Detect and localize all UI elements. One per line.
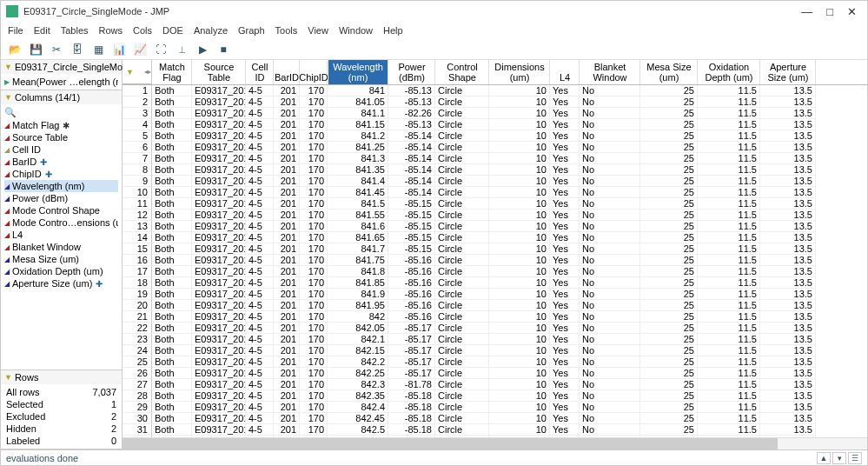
menu-help[interactable]: Help (383, 25, 403, 36)
cell[interactable]: 841.75 (328, 255, 388, 266)
cell[interactable]: Both (152, 97, 192, 108)
cell[interactable]: 13.5 (760, 255, 816, 266)
table-row[interactable]: 6BothE09317_2011704-5201170841.25-85.14C… (123, 142, 867, 153)
cell[interactable]: 11.5 (698, 130, 760, 142)
table-row[interactable]: 31BothE09317_2011704-5201170842.5-85.18C… (123, 424, 867, 436)
cell[interactable]: Both (152, 130, 192, 142)
table-row[interactable]: 11BothE09317_2011704-5201170841.5-85.15C… (123, 198, 867, 210)
cell[interactable]: No (580, 424, 640, 436)
cell[interactable]: 11.5 (698, 153, 760, 164)
cell[interactable]: 201 (274, 108, 300, 119)
cell[interactable]: 10 (489, 164, 550, 176)
cell[interactable]: 10 (489, 232, 550, 243)
cell[interactable]: Circle (435, 153, 489, 164)
row-number[interactable]: 27 (123, 379, 152, 390)
cell[interactable]: Both (152, 176, 192, 187)
column-header[interactable]: Wavelength (nm) (328, 60, 388, 84)
cell[interactable]: Both (152, 221, 192, 232)
cell[interactable]: 841.8 (328, 266, 388, 277)
cell[interactable]: E09317_201170 (192, 289, 246, 300)
cell[interactable]: 4-5 (246, 390, 274, 402)
row-number[interactable]: 16 (123, 255, 152, 266)
column-item[interactable]: ◢Mode Contro…ensions (um) (4, 216, 118, 229)
cell[interactable]: Circle (435, 198, 489, 210)
menu-edit[interactable]: Edit (34, 25, 50, 36)
cell[interactable]: 13.5 (760, 402, 816, 413)
cell[interactable]: 11.5 (698, 323, 760, 334)
row-number[interactable]: 22 (123, 323, 152, 334)
cell[interactable]: Yes (550, 402, 580, 413)
cell[interactable]: Both (152, 243, 192, 255)
cell[interactable]: Yes (550, 232, 580, 243)
cell[interactable]: 4-5 (246, 130, 274, 142)
menu-analyze[interactable]: Analyze (194, 25, 228, 36)
cell[interactable]: E09317_201170 (192, 424, 246, 436)
cell[interactable]: Yes (550, 153, 580, 164)
cell[interactable]: 4-5 (246, 345, 274, 356)
cell[interactable]: Yes (550, 424, 580, 436)
cell[interactable]: 4-5 (246, 300, 274, 311)
cell[interactable]: 201 (274, 130, 300, 142)
cell[interactable]: 201 (274, 402, 300, 413)
cell[interactable]: 25 (640, 402, 698, 413)
cell[interactable]: 170 (300, 300, 328, 311)
cell[interactable]: Both (152, 142, 192, 153)
cell[interactable]: -85.14 (388, 187, 435, 198)
cell[interactable]: 4-5 (246, 356, 274, 368)
cell[interactable]: 25 (640, 379, 698, 390)
menu-cols[interactable]: Cols (133, 25, 152, 36)
cell[interactable]: Yes (550, 243, 580, 255)
tool-stop-icon[interactable]: ■ (215, 42, 232, 57)
cell[interactable]: E09317_201170 (192, 164, 246, 176)
cell[interactable]: Circle (435, 379, 489, 390)
cell[interactable]: No (580, 176, 640, 187)
cell[interactable]: 11.5 (698, 119, 760, 130)
cell[interactable]: Yes (550, 130, 580, 142)
cell[interactable]: 4-5 (246, 221, 274, 232)
cell[interactable]: 11.5 (698, 413, 760, 424)
cell[interactable]: 10 (489, 334, 550, 345)
cell[interactable]: 841.2 (328, 130, 388, 142)
cell[interactable]: 842.25 (328, 368, 388, 379)
table-row[interactable]: 23BothE09317_2011704-5201170842.1-85.17C… (123, 334, 867, 345)
cell[interactable]: No (580, 221, 640, 232)
column-item[interactable]: ◢Mesa Size (um) (4, 253, 118, 265)
cell[interactable]: 13.5 (760, 210, 816, 221)
cell[interactable]: 13.5 (760, 130, 816, 142)
column-header[interactable]: Cell ID (246, 60, 274, 84)
cell[interactable]: Circle (435, 311, 489, 323)
cell[interactable]: No (580, 119, 640, 130)
cell[interactable]: 13.5 (760, 334, 816, 345)
cell[interactable]: 10 (489, 119, 550, 130)
table-row[interactable]: 25BothE09317_2011704-5201170842.2-85.17C… (123, 356, 867, 368)
cell[interactable]: 11.5 (698, 368, 760, 379)
cell[interactable]: Circle (435, 232, 489, 243)
tool-cut-icon[interactable]: ✂ (48, 42, 65, 57)
table-row[interactable]: 12BothE09317_2011704-5201170841.55-85.15… (123, 210, 867, 221)
cell[interactable]: Yes (550, 323, 580, 334)
cell[interactable]: -85.16 (388, 311, 435, 323)
cell[interactable]: 170 (300, 164, 328, 176)
cell[interactable]: Yes (550, 210, 580, 221)
table-row[interactable]: 5BothE09317_2011704-5201170841.2-85.14Ci… (123, 130, 867, 142)
data-grid[interactable]: ▼◂▸Match FlagSource TableCell IDBarIDChi… (123, 60, 867, 449)
cell[interactable]: 25 (640, 108, 698, 119)
cell[interactable]: E09317_201170 (192, 368, 246, 379)
cell[interactable]: 11.5 (698, 334, 760, 345)
cell[interactable]: 10 (489, 85, 550, 97)
close-button[interactable]: ✕ (847, 5, 857, 18)
tool-chart-icon[interactable]: 📊 (110, 42, 128, 57)
cell[interactable]: E09317_201170 (192, 402, 246, 413)
cell[interactable]: No (580, 108, 640, 119)
cell[interactable]: -85.17 (388, 356, 435, 368)
cell[interactable]: Both (152, 289, 192, 300)
cell[interactable]: E09317_201170 (192, 390, 246, 402)
cell[interactable]: Yes (550, 164, 580, 176)
cell[interactable]: Circle (435, 108, 489, 119)
cell[interactable]: 170 (300, 198, 328, 210)
cell[interactable]: 13.5 (760, 164, 816, 176)
cell[interactable]: Circle (435, 390, 489, 402)
cell[interactable]: Yes (550, 85, 580, 97)
cell[interactable]: 201 (274, 345, 300, 356)
cell[interactable]: 10 (489, 402, 550, 413)
